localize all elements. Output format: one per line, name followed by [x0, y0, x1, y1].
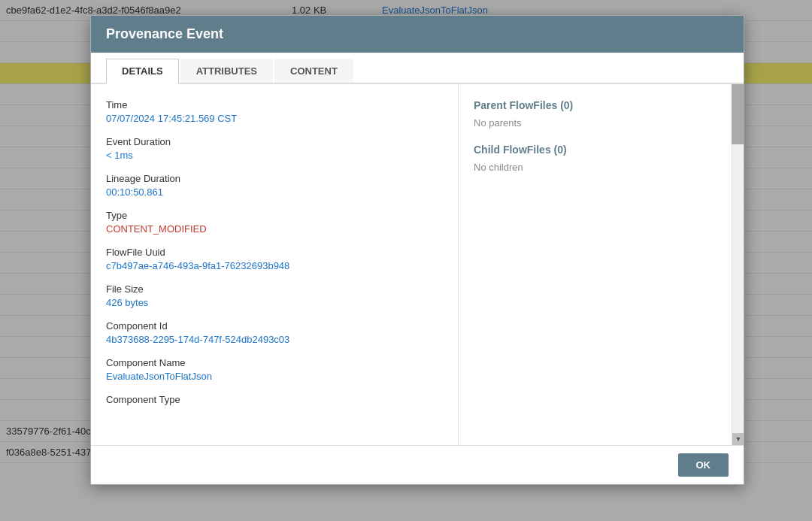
component-type-label: Component Type	[106, 394, 443, 405]
component-type-field: Component Type	[106, 394, 443, 405]
time-label: Time	[106, 99, 443, 111]
time-value: 07/07/2024 17:45:21.569 CST	[106, 113, 443, 124]
parent-flowfiles-title: Parent FlowFiles (0)	[474, 99, 729, 111]
tab-details[interactable]: DETAILS	[106, 59, 179, 84]
modal-tabs: DETAILS ATTRIBUTES CONTENT	[91, 53, 744, 84]
component-id-value: 4b373688-2295-174d-747f-524db2493c03	[106, 334, 443, 345]
modal-footer: OK	[91, 445, 744, 484]
child-flowfiles-title: Child FlowFiles (0)	[474, 144, 729, 156]
modal-header: Provenance Event	[91, 16, 744, 53]
scrollbar-arrow-down[interactable]: ▼	[732, 433, 744, 445]
parent-flowfiles-empty: No parents	[474, 117, 729, 129]
provenance-event-modal: Provenance Event DETAILS ATTRIBUTES CONT…	[90, 15, 744, 485]
event-duration-label: Event Duration	[106, 136, 443, 147]
file-size-label: File Size	[106, 283, 443, 295]
event-duration-value: < 1ms	[106, 150, 443, 161]
type-field: Type CONTENT_MODIFIED	[106, 210, 443, 235]
flowfile-uuid-field: FlowFile Uuid c7b497ae-a746-493a-9fa1-76…	[106, 247, 443, 271]
component-name-label: Component Name	[106, 357, 443, 368]
component-name-field: Component Name EvaluateJsonToFlatJson	[106, 357, 443, 382]
event-duration-field: Event Duration < 1ms	[106, 136, 443, 161]
type-label: Type	[106, 210, 443, 221]
lineage-duration-label: Lineage Duration	[106, 173, 443, 184]
child-flowfiles-empty: No children	[474, 162, 729, 173]
modal-title: Provenance Event	[106, 26, 223, 41]
component-id-label: Component Id	[106, 320, 443, 332]
flowfile-uuid-value: c7b497ae-a746-493a-9fa1-76232693b948	[106, 260, 443, 271]
component-name-value: EvaluateJsonToFlatJson	[106, 371, 443, 382]
file-size-value: 426 bytes	[106, 297, 443, 308]
ok-button[interactable]: OK	[678, 453, 729, 477]
tab-attributes[interactable]: ATTRIBUTES	[180, 59, 273, 83]
type-value: CONTENT_MODIFIED	[106, 223, 443, 235]
details-left-panel: Time 07/07/2024 17:45:21.569 CST Event D…	[91, 84, 458, 445]
details-right-panel: Parent FlowFiles (0) No parents Child Fl…	[458, 84, 744, 445]
modal-body: Time 07/07/2024 17:45:21.569 CST Event D…	[91, 84, 744, 445]
tab-content[interactable]: CONTENT	[274, 59, 353, 83]
component-id-field: Component Id 4b373688-2295-174d-747f-524…	[106, 320, 443, 345]
scrollbar-thumb[interactable]	[732, 84, 744, 144]
lineage-duration-field: Lineage Duration 00:10:50.861	[106, 173, 443, 198]
file-size-field: File Size 426 bytes	[106, 283, 443, 308]
scrollbar-track[interactable]: ▲ ▼	[732, 84, 744, 445]
time-field: Time 07/07/2024 17:45:21.569 CST	[106, 99, 443, 124]
lineage-duration-value: 00:10:50.861	[106, 186, 443, 198]
flowfile-uuid-label: FlowFile Uuid	[106, 247, 443, 258]
